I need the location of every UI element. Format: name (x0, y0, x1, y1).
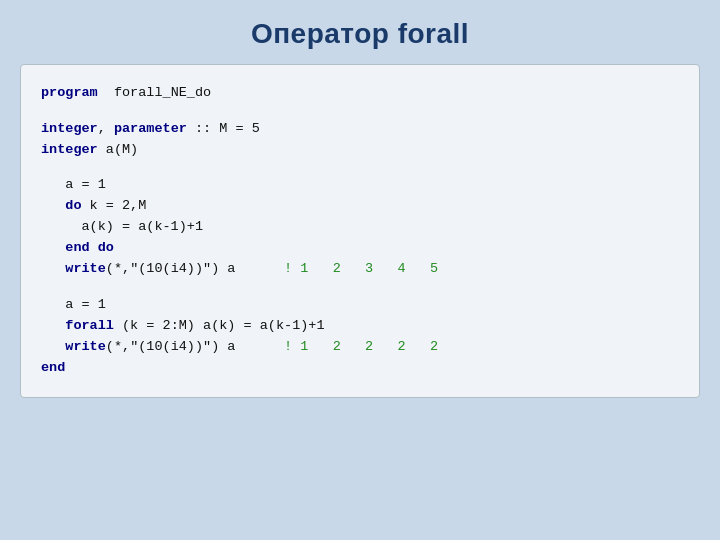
code-line-12: end (41, 358, 679, 379)
kw-end-do: end do (65, 240, 114, 255)
code-line-5: do k = 2,M (41, 196, 679, 217)
title-area: Оператор forall (0, 0, 720, 64)
kw-write1: write (65, 261, 106, 276)
blank-line2 (41, 161, 679, 176)
kw-do: do (65, 198, 81, 213)
blank-line3 (41, 280, 679, 295)
code-line-10: forall (k = 2:M) a(k) = a(k-1)+1 (41, 316, 679, 337)
code-line-6: a(k) = a(k-1)+1 (41, 217, 679, 238)
comment-2: ! 1 2 2 2 2 (284, 339, 438, 354)
kw-forall: forall (65, 318, 114, 333)
code-line-1: program forall_NE_do (41, 83, 679, 104)
code-block: program forall_NE_do integer, parameter … (20, 64, 700, 398)
code-line-9: a = 1 (41, 295, 679, 316)
code-line-8: write(*,"(10(i4))") a ! 1 2 3 4 5 (41, 259, 679, 280)
code-line-2: integer, parameter :: M = 5 (41, 119, 679, 140)
code-line-7: end do (41, 238, 679, 259)
comment-1: ! 1 2 3 4 5 (284, 261, 438, 276)
kw-write2: write (65, 339, 106, 354)
page-title: Оператор forall (251, 18, 469, 49)
code-line-4: a = 1 (41, 175, 679, 196)
kw-end: end (41, 360, 65, 375)
code-line-11: write(*,"(10(i4))") a ! 1 2 2 2 2 (41, 337, 679, 358)
kw-parameter: parameter (114, 121, 187, 136)
code-line-3: integer a(M) (41, 140, 679, 161)
blank-line (41, 104, 679, 119)
kw-integer2: integer (41, 142, 98, 157)
kw-program: program (41, 85, 98, 100)
kw-integer: integer (41, 121, 98, 136)
